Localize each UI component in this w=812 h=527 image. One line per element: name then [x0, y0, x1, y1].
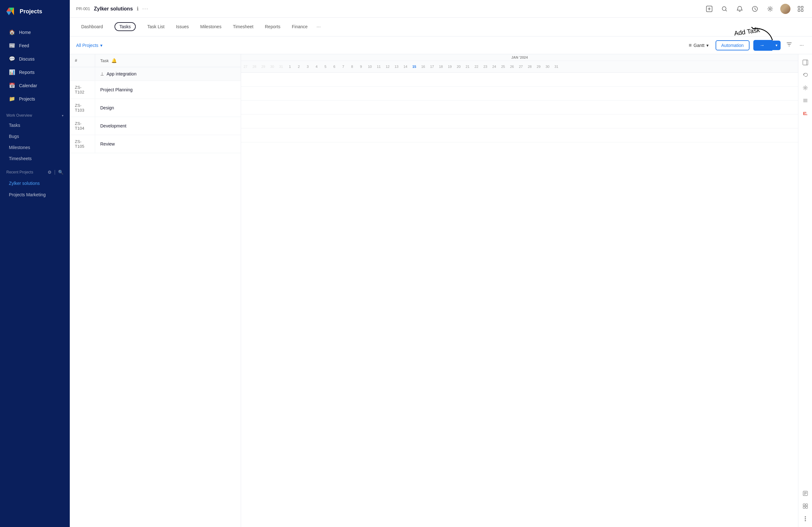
recent-project-marketing[interactable]: Projects Marketing: [2, 189, 67, 200]
work-overview-section: Work Overview ▾: [0, 108, 70, 119]
col-header-num: #: [70, 54, 95, 67]
sidebar-item-projects[interactable]: 📁 Projects: [2, 92, 67, 105]
work-item-milestones[interactable]: Milestones: [2, 142, 67, 153]
right-panel-settings-icon[interactable]: [800, 82, 811, 93]
svg-rect-9: [801, 6, 803, 8]
add-task-button[interactable]: →: [753, 40, 772, 51]
table-row: ⊥ App integration: [70, 67, 241, 81]
settings-button[interactable]: [765, 4, 775, 14]
reports-icon: 📊: [9, 69, 15, 75]
gantt-month-label: JAN '2024: [241, 54, 798, 61]
recent-search-icon[interactable]: 🔍: [58, 170, 63, 175]
add-task-dropdown-button[interactable]: ▾: [772, 41, 781, 50]
app-name: Projects: [20, 8, 42, 15]
right-panel-chart-icon[interactable]: [800, 107, 811, 119]
tab-timesheet[interactable]: Timesheet: [228, 20, 259, 34]
app-logo-icon: [5, 6, 16, 17]
task-row-name[interactable]: Development: [95, 117, 241, 135]
svg-rect-10: [798, 10, 800, 11]
user-avatar[interactable]: [780, 4, 791, 14]
sidebar-item-reports[interactable]: 📊 Reports: [2, 65, 67, 79]
svg-rect-20: [803, 507, 805, 508]
all-projects-button[interactable]: All Projects ▾: [76, 43, 102, 48]
work-item-bugs[interactable]: Bugs: [2, 131, 67, 142]
recent-filter-icon[interactable]: ⚙: [47, 170, 52, 175]
automation-button[interactable]: Automation: [715, 40, 750, 50]
work-overview-arrow-icon[interactable]: ▾: [62, 114, 63, 117]
task-table-header: # Task 🔔: [70, 54, 241, 67]
svg-point-14: [804, 87, 806, 89]
gantt-row: [241, 73, 798, 87]
add-button[interactable]: [704, 4, 714, 14]
right-panel-grid-icon[interactable]: [800, 500, 811, 512]
recent-projects-header: Recent Projects ⚙ | 🔍: [0, 164, 70, 178]
recent-project-zylker[interactable]: Zylker solutions: [2, 178, 67, 189]
task-row-id: ZS-T102: [70, 81, 95, 99]
tab-reports[interactable]: Reports: [260, 20, 286, 34]
gantt-chart-header: JAN '2024 27 28 29 30 31 1 2 3 4 5 6 7: [241, 54, 798, 73]
tab-nav: Dashboard Tasks Task List Issues Milesto…: [70, 18, 812, 36]
sidebar-item-feed[interactable]: 📰 Feed: [2, 39, 67, 52]
table-row: ZS-T102 Project Planning: [70, 81, 241, 99]
gantt-row: [241, 101, 798, 115]
notifications-button[interactable]: [735, 4, 745, 14]
apps-button[interactable]: [796, 4, 806, 14]
task-table: # Task 🔔 ⊥ App integration ZS-T102 Proje…: [70, 54, 241, 527]
sidebar-item-calendar[interactable]: 📅 Calendar: [2, 79, 67, 92]
right-panel-expand-icon[interactable]: [800, 57, 811, 68]
work-item-timesheets-label: Timesheets: [9, 156, 32, 161]
svg-rect-16: [805, 112, 806, 115]
gantt-view-button[interactable]: ≡ Gantt ▾: [685, 41, 712, 50]
tab-issues[interactable]: Issues: [171, 20, 194, 34]
svg-rect-11: [801, 10, 803, 11]
tab-task-list[interactable]: Task List: [142, 20, 169, 34]
gantt-row: [241, 87, 798, 101]
sidebar-item-reports-label: Reports: [19, 70, 34, 75]
avatar-image: [780, 4, 791, 14]
task-row-name[interactable]: Project Planning: [95, 81, 241, 99]
tab-finance[interactable]: Finance: [287, 20, 313, 34]
work-item-timesheets[interactable]: Timesheets: [2, 153, 67, 164]
work-item-milestones-label: Milestones: [9, 145, 30, 150]
toolbar-more-button[interactable]: ···: [798, 41, 806, 50]
task-row-name[interactable]: Review: [95, 135, 241, 153]
right-panel-note-icon[interactable]: [800, 488, 811, 499]
svg-marker-2: [6, 11, 11, 15]
sidebar: Projects 🏠 Home 📰 Feed 💬 Discuss 📊 Repor…: [0, 0, 70, 527]
filter-icon: [786, 42, 792, 47]
search-button[interactable]: [720, 4, 729, 14]
task-row-num: [70, 67, 95, 80]
project-name: Zylker solutions: [94, 6, 133, 12]
tab-more-icon[interactable]: ···: [314, 20, 323, 34]
timer-button[interactable]: [750, 4, 760, 14]
right-panel-list-icon[interactable]: [800, 95, 811, 106]
header-more-icon[interactable]: ···: [142, 6, 148, 12]
gantt-area: # Task 🔔 ⊥ App integration ZS-T102 Proje…: [70, 54, 812, 527]
recent-project-marketing-label: Projects Marketing: [9, 192, 46, 197]
gantt-dates-row: 27 28 29 30 31 1 2 3 4 5 6 7 8 9: [241, 61, 798, 72]
right-panel-undo-icon[interactable]: [800, 70, 811, 81]
svg-point-7: [769, 8, 771, 10]
tab-tasks[interactable]: Tasks: [110, 18, 141, 36]
task-row-name[interactable]: ⊥ App integration: [95, 67, 241, 80]
projects-icon: 📁: [9, 96, 15, 102]
table-row: ZS-T104 Development: [70, 117, 241, 135]
tab-dashboard[interactable]: Dashboard: [76, 20, 108, 34]
task-row-name[interactable]: Design: [95, 99, 241, 117]
recent-projects-actions: ⚙ | 🔍: [47, 169, 63, 175]
info-icon[interactable]: ℹ: [137, 6, 139, 12]
header-left: PR-001 Zylker solutions ℹ ···: [76, 6, 148, 12]
sidebar-logo: Projects: [0, 0, 70, 23]
right-panel-more-icon[interactable]: [800, 513, 811, 525]
sidebar-item-feed-label: Feed: [19, 43, 29, 48]
main-content: PR-001 Zylker solutions ℹ ···: [70, 0, 812, 527]
filter-button[interactable]: [784, 40, 794, 51]
right-panel: [798, 54, 812, 527]
tab-milestones[interactable]: Milestones: [195, 20, 227, 34]
sidebar-item-discuss[interactable]: 💬 Discuss: [2, 52, 67, 65]
work-item-tasks[interactable]: Tasks: [2, 120, 67, 131]
task-row-id: ZS-T105: [70, 135, 95, 153]
add-icon: [706, 6, 712, 12]
sidebar-item-home[interactable]: 🏠 Home: [2, 26, 67, 39]
svg-rect-15: [804, 113, 805, 115]
